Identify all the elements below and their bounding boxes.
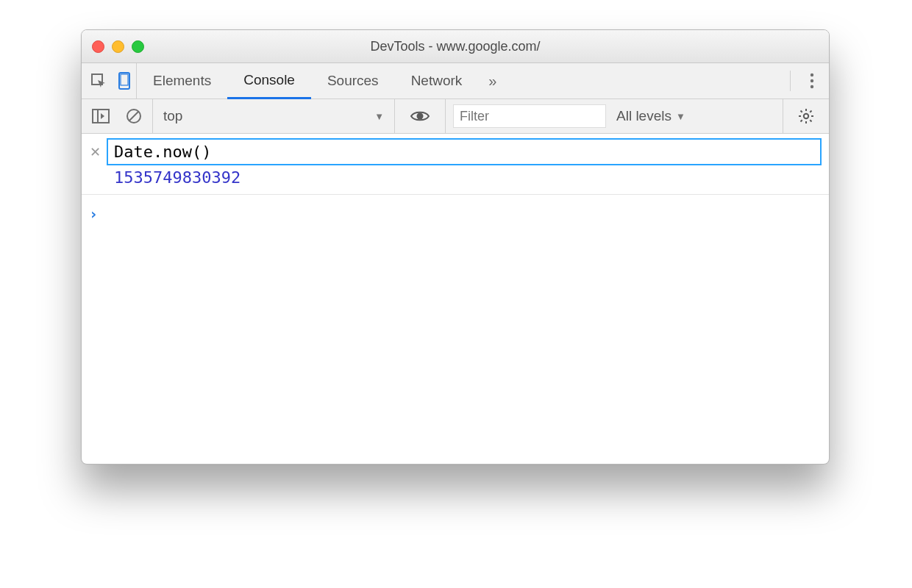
kebab-icon (810, 73, 814, 89)
minimize-window-button[interactable] (112, 40, 124, 53)
context-selector[interactable]: top ▼ (152, 99, 395, 133)
inspect-element-icon[interactable] (90, 73, 107, 89)
gear-icon (798, 108, 814, 124)
close-window-button[interactable] (92, 40, 104, 53)
svg-line-18 (801, 120, 802, 121)
devtools-tabbar: Elements Console Sources Network » (82, 63, 829, 99)
svg-point-3 (811, 74, 813, 76)
svg-point-11 (804, 114, 808, 118)
show-console-sidebar-icon[interactable] (92, 109, 110, 123)
panel-tabs: Elements Console Sources Network » (137, 63, 505, 98)
zoom-window-button[interactable] (132, 40, 144, 53)
context-label: top (163, 108, 182, 124)
live-expression-row: ✕ Date.now() (82, 134, 829, 167)
inspect-tools (82, 63, 137, 98)
window-title: DevTools - www.google.com/ (82, 39, 829, 54)
live-expression-input[interactable]: Date.now() (107, 138, 822, 165)
svg-line-19 (810, 111, 811, 112)
filter-input[interactable] (453, 104, 606, 128)
console-toolbar: top ▼ All levels ▼ (82, 99, 829, 134)
svg-line-9 (129, 112, 138, 121)
svg-rect-2 (121, 74, 128, 85)
prompt-chevron-icon: › (89, 205, 98, 223)
svg-point-10 (417, 113, 424, 120)
svg-point-4 (811, 79, 813, 82)
tab-console[interactable]: Console (227, 63, 311, 99)
levels-label: All levels (616, 108, 671, 124)
traffic-lights (92, 40, 144, 53)
remove-expression-icon[interactable]: ✕ (89, 144, 101, 160)
tab-network[interactable]: Network (395, 63, 479, 98)
dropdown-icon: ▼ (676, 111, 685, 122)
console-body: ✕ Date.now() 1535749830392 › (82, 134, 829, 233)
live-expression-icon[interactable] (410, 110, 430, 123)
tab-sources[interactable]: Sources (311, 63, 395, 98)
divider (790, 71, 791, 91)
overflow-tabs-button[interactable]: » (478, 63, 505, 98)
svg-line-16 (801, 111, 802, 112)
device-toolbar-icon[interactable] (117, 72, 132, 90)
dropdown-icon: ▼ (374, 111, 384, 122)
console-settings-icon[interactable] (798, 108, 814, 124)
tab-elements[interactable]: Elements (137, 63, 227, 98)
live-expression-result: 1535749830392 (82, 167, 829, 195)
clear-console-icon[interactable] (126, 108, 142, 124)
devtools-window: DevTools - www.google.com/ Elements Cons… (81, 29, 830, 465)
svg-point-5 (811, 85, 813, 88)
console-prompt[interactable]: › (82, 195, 829, 233)
titlebar: DevTools - www.google.com/ (82, 30, 829, 63)
more-options-button[interactable] (795, 63, 829, 98)
log-levels-selector[interactable]: All levels ▼ (606, 108, 696, 124)
svg-line-17 (810, 120, 811, 121)
chevron-right-double-icon: » (488, 73, 494, 90)
